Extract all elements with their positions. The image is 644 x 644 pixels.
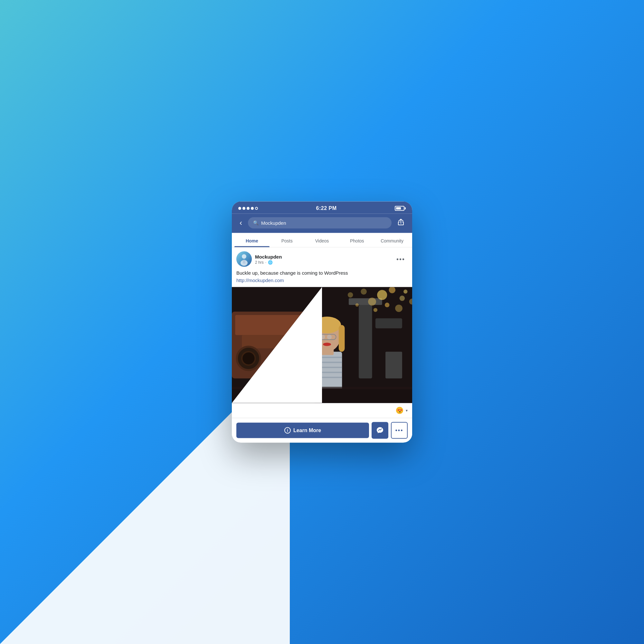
svg-point-25: [355, 303, 359, 307]
meta-dot: ·: [265, 260, 266, 264]
post-user-info: Mockupden 2 hrs · 🌐: [255, 254, 282, 264]
phone-wrapper: 6:22 PM ‹ 🔍 Mockupden Home: [232, 202, 412, 443]
tab-photos[interactable]: Photos: [339, 233, 374, 247]
signal-dot-3: [247, 207, 250, 210]
svg-point-23: [374, 308, 377, 312]
svg-point-19: [368, 298, 376, 306]
back-button[interactable]: ‹: [237, 217, 245, 229]
svg-rect-15: [385, 352, 402, 378]
info-letter: i: [287, 428, 288, 433]
messenger-button[interactable]: [372, 422, 388, 439]
tab-posts[interactable]: Posts: [270, 233, 305, 247]
bottom-bar: i Learn More •••: [232, 418, 412, 443]
signal-area: [238, 207, 258, 210]
post-content: Buckle up, because change is coming to W…: [232, 270, 412, 287]
info-icon: i: [284, 427, 291, 434]
search-query: Mockupden: [261, 220, 286, 225]
post-user: Mockupden 2 hrs · 🌐: [236, 251, 282, 267]
svg-point-1: [242, 254, 246, 259]
search-icon: 🔍: [253, 220, 259, 225]
svg-point-22: [395, 305, 403, 312]
svg-point-26: [403, 289, 407, 293]
phone-frame: 6:22 PM ‹ 🔍 Mockupden Home: [232, 202, 412, 443]
post-header: Mockupden 2 hrs · 🌐 •••: [232, 248, 412, 270]
svg-rect-38: [339, 325, 345, 352]
status-bar: 6:22 PM: [232, 202, 412, 214]
signal-dot-2: [242, 207, 245, 210]
privacy-icon: 🌐: [268, 260, 273, 264]
svg-point-18: [400, 296, 405, 301]
more-options-button[interactable]: •••: [391, 422, 408, 439]
svg-point-21: [385, 303, 390, 308]
reaction-dropdown-icon[interactable]: ▾: [406, 408, 408, 413]
signal-dot-4: [251, 207, 254, 210]
tab-community[interactable]: Community: [374, 233, 410, 247]
post-username: Mockupden: [255, 254, 282, 259]
share-button[interactable]: [395, 217, 407, 228]
avatar: [236, 251, 252, 267]
post-meta: 2 hrs · 🌐: [255, 260, 282, 264]
tab-home[interactable]: Home: [234, 233, 270, 247]
reaction-row: 😍 ▾: [232, 403, 412, 418]
tab-videos[interactable]: Videos: [305, 233, 340, 247]
search-bar[interactable]: 🔍 Mockupden: [248, 217, 392, 228]
svg-point-16: [377, 290, 387, 300]
tab-bar: Home Posts Videos Photos Community: [232, 233, 412, 248]
svg-rect-13: [349, 298, 382, 305]
emoji-icon: 😍: [397, 408, 403, 413]
battery-fill: [396, 207, 401, 209]
battery-body: [395, 206, 404, 211]
reaction-emoji: 😍: [395, 406, 404, 415]
more-options-icon: •••: [395, 427, 403, 434]
nav-bar: ‹ 🔍 Mockupden: [232, 214, 412, 233]
image-triangle-overlay: [232, 287, 322, 403]
messenger-icon: [376, 427, 384, 434]
post-time: 2 hrs: [255, 260, 264, 264]
svg-point-42: [323, 343, 331, 346]
post-image: [232, 287, 412, 403]
signal-dot-5: [255, 207, 258, 210]
svg-point-41: [327, 335, 332, 339]
svg-rect-12: [359, 305, 372, 378]
learn-more-button[interactable]: i Learn More: [236, 423, 369, 438]
status-time: 6:22 PM: [316, 205, 337, 211]
battery-tip: [405, 207, 406, 209]
svg-rect-14: [375, 318, 402, 328]
svg-point-24: [348, 292, 353, 298]
signal-dot-1: [238, 207, 241, 210]
post-more-button[interactable]: •••: [394, 254, 408, 264]
post-area: Mockupden 2 hrs · 🌐 ••• Buckle up, becau…: [232, 248, 412, 443]
post-text: Buckle up, because change is coming to W…: [236, 270, 408, 276]
svg-point-20: [361, 289, 367, 295]
post-link[interactable]: http://mockupden.com: [236, 278, 284, 283]
learn-more-label: Learn More: [293, 428, 321, 433]
battery-icon: [395, 206, 406, 211]
svg-rect-3: [243, 260, 245, 264]
